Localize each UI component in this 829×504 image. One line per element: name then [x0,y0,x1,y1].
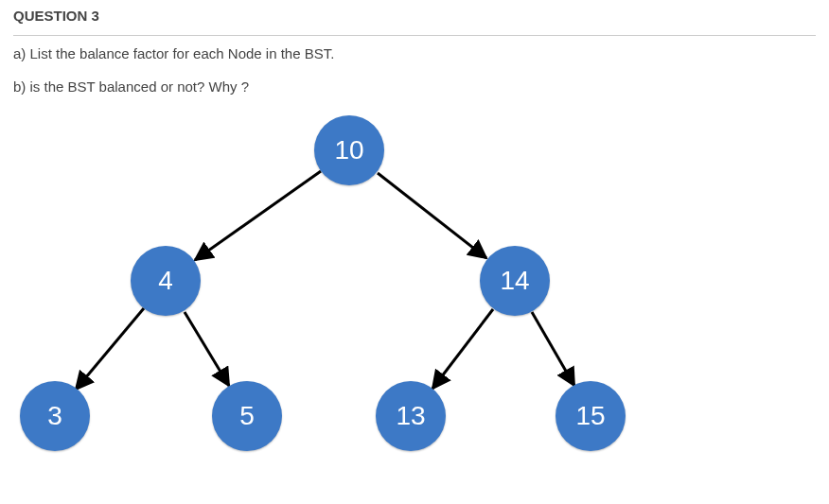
page: QUESTION 3 a) List the balance factor fo… [0,0,829,476]
sub-question-a: a) List the balance factor for each Node… [13,43,816,65]
svg-line-4 [432,309,493,389]
node-15: 15 [556,381,626,451]
node-10: 10 [314,115,384,185]
node-5: 5 [212,381,282,451]
question-title: QUESTION 3 [13,8,816,24]
divider [13,35,816,36]
svg-line-2 [76,308,144,390]
svg-line-3 [185,312,229,386]
node-14: 14 [480,246,550,316]
node-3: 3 [20,381,90,451]
svg-line-0 [195,171,321,260]
node-4: 4 [131,246,201,316]
svg-line-1 [378,173,486,258]
node-13: 13 [376,381,446,451]
svg-line-5 [532,312,574,386]
sub-question-b: b) is the BST balanced or not? Why ? [13,77,816,98]
bst-diagram: 10 4 14 3 5 13 15 [13,109,732,468]
